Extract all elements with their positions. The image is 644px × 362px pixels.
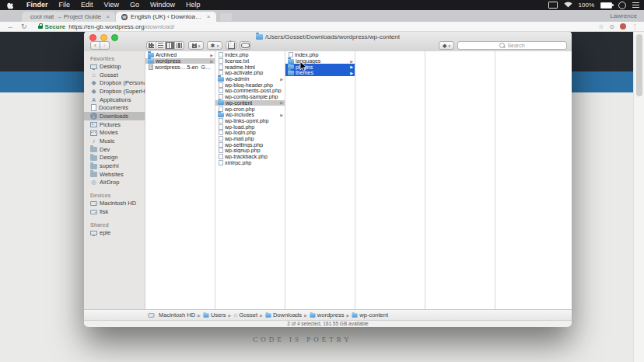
sidebar-item-design[interactable]: Design	[84, 154, 145, 162]
file-row-license-txt[interactable]: license.txt	[215, 58, 285, 64]
file-row-plugins[interactable]: plugins▶	[285, 64, 355, 70]
proxy-folder-icon[interactable]	[256, 34, 263, 40]
clock-icon[interactable]	[618, 2, 626, 9]
file-row-wp-blog-header-php[interactable]: wp-blog-header.php	[215, 82, 285, 88]
sidebar-item-fisk[interactable]: fisk	[84, 207, 145, 216]
file-row-wp-comments-post-php[interactable]: wp-comments-post.php	[215, 88, 285, 94]
file-row-wp-content[interactable]: wp-content▶	[215, 100, 285, 106]
arrange-button[interactable]: ▾	[188, 41, 204, 50]
sidebar-item-pictures[interactable]: Pictures	[84, 120, 145, 129]
file-row-wp-mail-php[interactable]: wp-mail.php	[215, 136, 285, 142]
file-row-wp-trackback-php[interactable]: wp-trackback.php	[215, 154, 285, 160]
finder-column-1[interactable]: Archived▶wordpress▶wordpress-…5-en_GB.zi…	[145, 51, 215, 309]
file-row-archived[interactable]: Archived▶	[145, 52, 215, 58]
cover-flow-button[interactable]	[175, 42, 184, 49]
sidebar-item-eple[interactable]: eple	[84, 228, 145, 237]
sidebar-item-airdrop[interactable]: ◎AirDrop	[84, 179, 145, 187]
new-tab-button[interactable]	[220, 13, 232, 21]
sidebar-item-superhi[interactable]: superhi	[84, 162, 145, 170]
sidebar-item-documents[interactable]: Documents	[84, 103, 145, 112]
path-item-wordpress[interactable]: wordpress	[310, 312, 345, 318]
forward-button[interactable]: ›	[100, 41, 110, 50]
finder-path-bar: Macintosh HD▶Users▶⌂Gosset▶Downloads▶wor…	[84, 309, 572, 320]
action-button[interactable]: ✱▾	[207, 41, 222, 50]
menu-help[interactable]: Help	[180, 1, 206, 9]
secure-label[interactable]: Secure	[45, 23, 66, 30]
share-button[interactable]	[226, 41, 236, 50]
battery-icon[interactable]	[600, 2, 612, 9]
file-row-wordpress-5-en-gb-zip[interactable]: wordpress-…5-en_GB.zip	[145, 64, 215, 70]
sidebar-item-macintosh-hd[interactable]: Macintosh HD	[84, 199, 145, 207]
apple-logo-icon[interactable]	[7, 2, 13, 9]
finder-column-4[interactable]	[355, 51, 425, 309]
bookmark-star-icon[interactable]: ☆	[598, 23, 604, 30]
sidebar-item-dropbox-superhi-[interactable]: ◆Dropbox (SuperHi)	[84, 87, 145, 96]
file-row-wp-cron-php[interactable]: wp-cron.php	[215, 106, 285, 112]
menu-finder[interactable]: Finder	[21, 1, 54, 9]
menu-go[interactable]: Go	[124, 1, 145, 9]
finder-column-2[interactable]: index.phplicense.txtreadme.htmlwp-activa…	[215, 51, 285, 309]
sidebar-item-movies[interactable]: Movies	[84, 129, 145, 137]
scrollbar-thumb[interactable]	[636, 34, 642, 96]
sidebar-item-downloads[interactable]: ↓Downloads	[84, 112, 145, 120]
finder-column-5[interactable]	[425, 51, 495, 309]
menu-file[interactable]: File	[54, 1, 76, 9]
file-row-wp-config-sample-php[interactable]: wp-config-sample.php	[215, 94, 285, 100]
search-field[interactable]: Search	[457, 41, 567, 50]
browser-tab-0[interactable]: cool mat → Project Guide×	[22, 12, 115, 22]
file-row-languages[interactable]: languages▶	[285, 58, 355, 64]
browser-scrollbar[interactable]	[633, 31, 644, 362]
file-row-index-php[interactable]: index.php	[215, 52, 285, 58]
reload-icon[interactable]: ↻	[21, 22, 27, 31]
sidebar-item-applications[interactable]: AApplications	[84, 96, 145, 104]
finder-column-6[interactable]	[495, 51, 572, 309]
sidebar-item-gosset[interactable]: ⌂Gosset	[84, 71, 145, 79]
extra-toolbar-button[interactable]: ◆▾	[439, 41, 454, 50]
display-icon[interactable]	[548, 2, 558, 9]
file-row-wp-links-opml-php[interactable]: wp-links-opml.php	[215, 118, 285, 124]
path-item-wp-content[interactable]: wp-content	[352, 312, 388, 318]
path-item-users[interactable]: Users	[203, 312, 226, 318]
sidebar-item-dev[interactable]: Dev	[84, 145, 145, 154]
browser-profile-name[interactable]: Lawrence	[610, 12, 637, 19]
browser-menu-icon[interactable]: ⋮	[632, 23, 638, 30]
extension-icon[interactable]: ⊙	[609, 23, 614, 30]
tags-button[interactable]	[240, 41, 250, 50]
column-view-button[interactable]	[166, 42, 175, 49]
sidebar-item-websites[interactable]: Websites	[84, 170, 145, 179]
browser-tab-1[interactable]: WEnglish (UK) ‹ Download — W×	[116, 12, 216, 22]
sidebar-item-music[interactable]: ♪Music	[84, 137, 145, 145]
file-row-wp-login-php[interactable]: wp-login.php	[215, 130, 285, 136]
wifi-icon[interactable]	[564, 2, 572, 9]
close-tab-icon[interactable]: ×	[106, 13, 110, 20]
icon-view-button[interactable]	[147, 42, 156, 49]
sidebar-item-desktop[interactable]: Desktop	[84, 62, 145, 71]
file-row-wp-signup-php[interactable]: wp-signup.php	[215, 148, 285, 154]
file-row-index-php[interactable]: index.php	[285, 52, 355, 58]
file-row-wp-includes[interactable]: wp-includes▶	[215, 112, 285, 118]
file-row-wp-settings-php[interactable]: wp-settings.php	[215, 141, 285, 148]
finder-column-3[interactable]: index.phplanguages▶plugins▶themes▶	[285, 51, 355, 309]
finder-toolbar[interactable]: /Users/Gosset/Downloads/wordpress/wp-con…	[84, 31, 572, 52]
file-row-wp-activate-php[interactable]: wp-activate.php	[215, 70, 285, 76]
menu-view[interactable]: View	[99, 1, 124, 9]
menu-edit[interactable]: Edit	[75, 1, 99, 9]
file-row-wordpress[interactable]: wordpress▶	[145, 58, 215, 64]
file-row-readme-html[interactable]: readme.html	[215, 64, 285, 70]
url-host[interactable]: https://en-gb.wordpress.org	[68, 23, 144, 30]
url-path[interactable]: /download/	[145, 23, 175, 30]
back-arrow-icon[interactable]: ←	[7, 22, 14, 31]
avatar[interactable]	[620, 23, 626, 30]
file-row-themes[interactable]: themes▶	[285, 70, 355, 76]
path-item-macintosh-hd[interactable]: Macintosh HD	[148, 312, 195, 318]
sidebar-item-dropbox-personal-[interactable]: ◆Dropbox (Personal)	[84, 78, 145, 87]
file-row-wp-admin[interactable]: wp-admin▶	[215, 76, 285, 82]
file-row-wp-load-php[interactable]: wp-load.php	[215, 124, 285, 130]
menu-window[interactable]: Window	[145, 1, 180, 9]
path-item-gosset[interactable]: ⌂Gosset	[233, 312, 257, 318]
close-tab-icon[interactable]: ×	[207, 13, 211, 20]
list-view-button[interactable]	[156, 42, 166, 49]
notification-center-icon[interactable]	[632, 2, 639, 8]
file-row-xmlrpc-php[interactable]: xmlrpc.php	[215, 159, 285, 165]
path-item-downloads[interactable]: Downloads	[265, 312, 302, 318]
